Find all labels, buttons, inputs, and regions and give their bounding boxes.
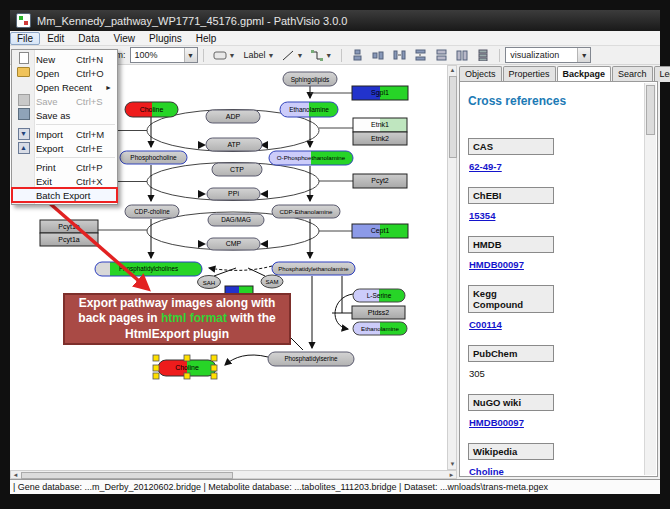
node-sah[interactable]: SAH bbox=[198, 276, 221, 289]
menu-item-shortcut: Ctrl+P bbox=[76, 162, 112, 173]
xref-link-nugo[interactable]: HMDB00097 bbox=[469, 417, 524, 428]
canvas-vscrollbar[interactable]: ▲ ▼ bbox=[447, 65, 457, 470]
node-cmp[interactable]: CMP bbox=[207, 238, 260, 250]
node-label: O-Phosphoethanolamine bbox=[277, 154, 346, 161]
hscrollbar-thumb[interactable] bbox=[21, 472, 233, 479]
node-sam[interactable]: SAM bbox=[261, 275, 283, 288]
gene-box-ptdss2[interactable]: Ptdss2 bbox=[352, 306, 405, 319]
menu-item-save-as[interactable]: Save as bbox=[12, 108, 117, 122]
node-ctp[interactable]: CTP bbox=[212, 163, 262, 176]
distribute-v-button[interactable] bbox=[410, 47, 431, 64]
node-phosphatidylcholines[interactable]: Phosphatidylcholines bbox=[95, 262, 202, 276]
menu-item-save: Save Ctrl+S bbox=[12, 94, 117, 108]
menu-item-open-recent[interactable]: Open Recent ► bbox=[12, 80, 117, 94]
connector-button[interactable]: ▼ bbox=[307, 47, 336, 64]
node-phosphatidylserine[interactable]: Phosphatidylserine bbox=[268, 352, 354, 366]
menu-item-new[interactable]: New Ctrl+N bbox=[12, 52, 117, 66]
chevron-down-icon: ▼ bbox=[267, 52, 274, 59]
tab-properties[interactable]: Properties bbox=[503, 66, 556, 82]
tab-objects[interactable]: Objects bbox=[459, 66, 502, 82]
open-folder-icon bbox=[15, 67, 32, 79]
gene-box-pcyt2[interactable]: Pcyt2 bbox=[353, 174, 407, 188]
chevron-down-icon[interactable]: ▼ bbox=[577, 48, 590, 62]
node-ethanolamine-bottom[interactable]: Ethanolamine bbox=[353, 322, 407, 335]
menu-bar: File Edit Data View Plugins Help bbox=[10, 31, 660, 46]
common-height-button[interactable] bbox=[452, 47, 473, 64]
gene-box-sgpl1[interactable]: Sgpl1 bbox=[352, 86, 408, 100]
node-label: ADP bbox=[226, 113, 241, 120]
gene-box-etnk2[interactable]: Etnk2 bbox=[353, 132, 407, 145]
node-phosphocholine[interactable]: Phosphocholine bbox=[120, 151, 187, 164]
save-as-disk-icon bbox=[15, 108, 32, 122]
node-dag-mag[interactable]: DAG/MAG bbox=[208, 214, 264, 226]
node-ethanolamine-top[interactable]: Ethanolamine bbox=[280, 102, 338, 117]
xref-link-cas[interactable]: 62-49-7 bbox=[469, 161, 502, 172]
node-cdp-ethanolamine[interactable]: CDP-Ethanolamine bbox=[272, 205, 340, 218]
menu-item-exit[interactable]: Exit Ctrl+X bbox=[12, 174, 117, 188]
node-cdp-choline[interactable]: CDP-choline bbox=[125, 205, 179, 218]
node-o-phosphoethanolamine[interactable]: O-Phosphoethanolamine bbox=[269, 151, 353, 165]
stack-button[interactable] bbox=[473, 47, 494, 64]
menu-item-batch-export[interactable]: Batch Export bbox=[12, 188, 117, 202]
align-center-y-button[interactable] bbox=[368, 47, 389, 64]
node-phosphatidylethanolamine[interactable]: Phosphatidylethanolamine bbox=[272, 262, 355, 275]
common-width-button[interactable] bbox=[431, 47, 452, 64]
menu-item-import[interactable]: ▼ Import Ctrl+M bbox=[12, 127, 117, 141]
menu-help[interactable]: Help bbox=[189, 32, 224, 45]
toolbar-separator bbox=[203, 49, 204, 62]
xref-link-chebi[interactable]: 15354 bbox=[469, 210, 495, 221]
xref-link-kegg[interactable]: C00114 bbox=[469, 319, 502, 330]
visualization-combobox[interactable]: visualization ▼ bbox=[505, 47, 591, 63]
toolbar-separator bbox=[499, 49, 500, 62]
node-label: SAM bbox=[265, 279, 278, 285]
node-atp[interactable]: ATP bbox=[206, 138, 262, 151]
node-sphingolipids[interactable]: Sphingolipids bbox=[283, 72, 337, 86]
datanode-button[interactable]: ▼ bbox=[209, 47, 240, 64]
panel-scrollbar-thumb[interactable] bbox=[646, 85, 655, 135]
xref-link-hmdb[interactable]: HMDB00097 bbox=[469, 259, 524, 270]
scroll-down-icon[interactable]: ▼ bbox=[448, 460, 457, 469]
canvas-hscrollbar[interactable]: ◄ ► bbox=[10, 470, 457, 479]
node-label: Etnk2 bbox=[371, 135, 389, 142]
submenu-arrow-icon: ► bbox=[92, 84, 112, 91]
menu-item-export[interactable]: ▲ Export Ctrl+E bbox=[12, 141, 117, 155]
chevron-down-icon[interactable]: ▼ bbox=[184, 48, 197, 62]
node-label: CMP bbox=[226, 240, 242, 247]
scroll-up-icon[interactable]: ▲ bbox=[448, 66, 457, 75]
menu-file[interactable]: File bbox=[10, 32, 40, 45]
zoom-value: 100% bbox=[135, 50, 158, 60]
tab-legend[interactable]: Legend bbox=[654, 66, 670, 82]
menu-item-print[interactable]: Print Ctrl+P bbox=[12, 160, 117, 174]
tab-search[interactable]: Search bbox=[612, 66, 653, 82]
zoom-combobox[interactable]: 100% ▼ bbox=[130, 47, 198, 63]
menu-view[interactable]: View bbox=[106, 32, 142, 45]
xref-link-wikipedia[interactable]: Choline bbox=[469, 466, 504, 477]
panel-scrollbar[interactable] bbox=[644, 83, 656, 475]
gene-box-cept1[interactable]: Cept1 bbox=[352, 224, 408, 238]
node-adp[interactable]: ADP bbox=[206, 110, 260, 123]
datanode-icon bbox=[213, 50, 227, 61]
tab-backpage[interactable]: Backpage bbox=[557, 66, 612, 82]
menu-edit[interactable]: Edit bbox=[40, 32, 71, 45]
node-choline-top[interactable]: Choline bbox=[125, 102, 178, 117]
menu-data[interactable]: Data bbox=[71, 32, 106, 45]
vscrollbar-thumb[interactable] bbox=[449, 76, 457, 158]
xref-title-nugo: NuGO wiki bbox=[468, 394, 554, 411]
distribute-h-button[interactable] bbox=[389, 47, 410, 64]
new-document-icon bbox=[15, 52, 32, 66]
stack-icon bbox=[477, 49, 490, 61]
node-ppi[interactable]: PPi bbox=[207, 188, 260, 200]
visualization-value: visualization bbox=[510, 50, 559, 60]
label-button[interactable]: Label ▼ bbox=[239, 47, 278, 64]
cross-references-heading: Cross references bbox=[468, 94, 643, 108]
menu-plugins[interactable]: Plugins bbox=[142, 32, 189, 45]
node-label: Phosphatidylserine bbox=[284, 355, 338, 363]
node-l-serine[interactable]: L-Serine bbox=[353, 289, 405, 302]
file-menu: New Ctrl+N Open Ctrl+O Open Recent ► Sav… bbox=[11, 49, 118, 205]
menu-item-label: Import bbox=[32, 129, 76, 140]
align-center-x-button[interactable] bbox=[347, 47, 368, 64]
node-label: Choline bbox=[175, 364, 199, 371]
gene-box-etnk1[interactable]: Etnk1 bbox=[353, 118, 407, 132]
menu-item-open[interactable]: Open Ctrl+O bbox=[12, 66, 117, 80]
line-button[interactable]: ▼ bbox=[278, 47, 307, 64]
